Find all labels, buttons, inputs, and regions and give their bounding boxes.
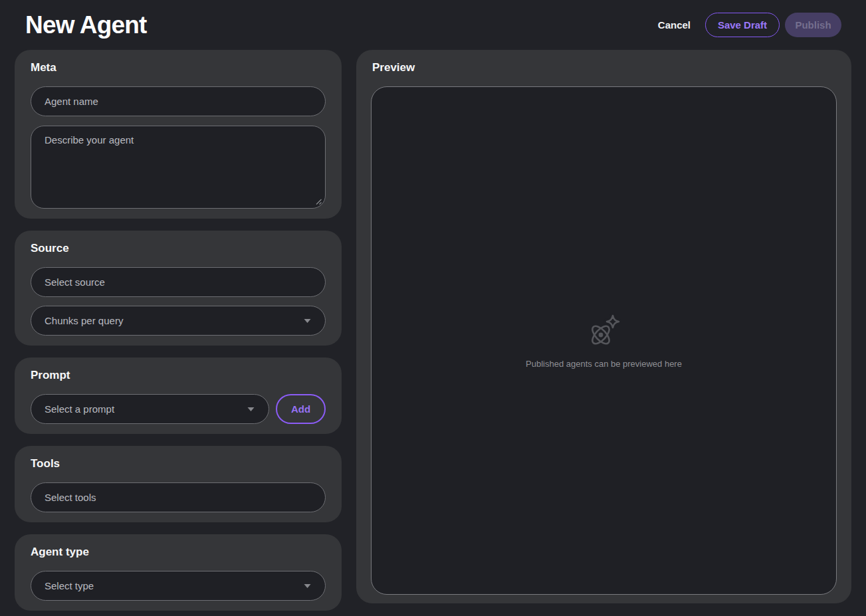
source-card: Source Chunks per query <box>15 231 342 346</box>
chunks-per-query-value: Chunks per query <box>45 315 123 326</box>
form-column: Meta Source Chunks per query Prompt <box>15 50 342 611</box>
prompt-card-title: Prompt <box>31 369 326 382</box>
agent-description-wrapper <box>31 126 326 209</box>
chunks-per-query-select[interactable]: Chunks per query <box>31 306 326 336</box>
add-prompt-button[interactable]: Add <box>276 394 326 424</box>
agent-type-card-title: Agent type <box>31 546 326 559</box>
chevron-down-icon <box>247 407 255 412</box>
preview-empty-text: Published agents can be previewed here <box>526 359 682 369</box>
prompt-card: Prompt Select a prompt Add <box>15 358 342 434</box>
tools-card-title: Tools <box>31 457 326 470</box>
chevron-down-icon <box>303 318 312 324</box>
tools-card: Tools <box>15 446 342 522</box>
agent-type-select[interactable]: Select type <box>31 571 326 601</box>
meta-card-title: Meta <box>31 61 326 74</box>
meta-card: Meta <box>15 50 342 219</box>
preview-card: Preview Published agents can be previewe… <box>356 50 851 603</box>
select-source-input[interactable] <box>31 267 326 297</box>
source-card-title: Source <box>31 242 326 255</box>
save-draft-button[interactable]: Save Draft <box>705 13 780 37</box>
agent-type-value: Select type <box>45 580 94 591</box>
select-tools-input[interactable] <box>31 482 326 512</box>
main-content: Meta Source Chunks per query Prompt <box>0 50 866 611</box>
publish-button[interactable]: Publish <box>785 13 841 37</box>
agent-type-card: Agent type Select type <box>15 534 342 611</box>
header: New Agent Cancel Save Draft Publish <box>0 0 866 50</box>
select-prompt-value: Select a prompt <box>45 403 114 415</box>
prompt-row: Select a prompt Add <box>31 394 326 424</box>
agent-atom-sparkle-icon <box>587 313 621 350</box>
preview-card-title: Preview <box>372 61 837 74</box>
page-title: New Agent <box>25 11 147 39</box>
header-actions: Cancel Save Draft Publish <box>657 13 841 37</box>
chevron-down-icon <box>303 583 312 589</box>
preview-panel: Published agents can be previewed here <box>371 86 837 595</box>
cancel-button[interactable]: Cancel <box>657 17 692 33</box>
select-prompt-dropdown[interactable]: Select a prompt <box>31 394 269 424</box>
agent-name-input[interactable] <box>31 86 326 116</box>
agent-description-textarea[interactable] <box>31 126 326 209</box>
